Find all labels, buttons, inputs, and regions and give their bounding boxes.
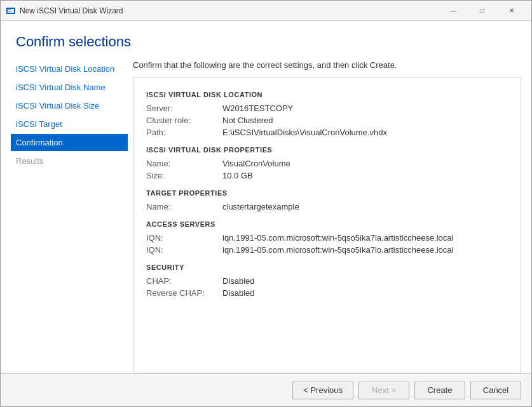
info-box: ISCSI VIRTUAL DISK LOCATION Server: W201…: [133, 77, 521, 373]
body-area: iSCSI Virtual Disk Location iSCSI Virtua…: [1, 60, 531, 373]
sidebar: iSCSI Virtual Disk Location iSCSI Virtua…: [1, 60, 128, 373]
sidebar-item-results: Results: [11, 152, 128, 170]
window-controls: — □ ✕: [439, 1, 526, 21]
intro-text: Confirm that the following are the corre…: [133, 60, 521, 70]
maximize-button[interactable]: □: [468, 1, 497, 21]
table-row: Server: W2016TESTCOPY: [146, 103, 508, 113]
next-button[interactable]: Next >: [358, 382, 409, 399]
window-title: New iSCSI Virtual Disk Wizard: [20, 6, 439, 15]
table-row: Size: 10.0 GB: [146, 171, 508, 180]
sidebar-item-confirmation: Confirmation: [11, 134, 128, 151]
table-row: IQN: iqn.1991-05.com.microsoft:win-5qso5…: [146, 245, 508, 255]
sidebar-item-iscsi-target[interactable]: iSCSI Target: [11, 116, 128, 133]
page-title: Confirm selections: [1, 21, 531, 60]
section-header-4: SECURITY: [146, 264, 508, 271]
footer: < Previous Next > Create Cancel: [1, 373, 531, 406]
table-row: Name: clustertargetexample: [146, 202, 508, 211]
sidebar-item-iscsi-virtual-disk-name[interactable]: iSCSI Virtual Disk Name: [11, 79, 128, 96]
section-header-2: TARGET PROPERTIES: [146, 189, 508, 197]
table-row: Name: VisualCronVolume: [146, 159, 508, 168]
table-row: Reverse CHAP: Disabled: [146, 288, 508, 298]
previous-button[interactable]: < Previous: [292, 382, 353, 399]
window-icon: [6, 6, 16, 16]
sidebar-item-iscsi-virtual-disk-size[interactable]: iSCSI Virtual Disk Size: [11, 97, 128, 114]
svg-rect-3: [8, 11, 12, 11]
section-header-1: ISCSI VIRTUAL DISK PROPERTIES: [146, 146, 508, 154]
cancel-button[interactable]: Cancel: [470, 382, 521, 399]
wizard-window: New iSCSI Virtual Disk Wizard — □ ✕ Conf…: [0, 0, 532, 407]
minimize-button[interactable]: —: [439, 1, 468, 21]
table-row: CHAP: Disabled: [146, 276, 508, 286]
section-header-3: ACCESS SERVERS: [146, 220, 508, 228]
sidebar-item-iscsi-virtual-disk-location[interactable]: iSCSI Virtual Disk Location: [11, 60, 128, 77]
create-button[interactable]: Create: [414, 382, 465, 399]
close-button[interactable]: ✕: [497, 1, 526, 21]
table-row: Path: E:\iSCSIVirtualDisks\VisualCronVol…: [146, 128, 508, 137]
content-panel: Confirm that the following are the corre…: [128, 60, 531, 373]
svg-rect-2: [8, 10, 11, 10]
title-bar: New iSCSI Virtual Disk Wizard — □ ✕: [1, 1, 531, 21]
section-header-0: ISCSI VIRTUAL DISK LOCATION: [146, 91, 508, 98]
table-row: Cluster role: Not Clustered: [146, 116, 508, 125]
table-row: IQN: iqn.1991-05.com.microsoft:win-5qso5…: [146, 233, 508, 243]
main-content: Confirm selections iSCSI Virtual Disk Lo…: [1, 21, 531, 373]
